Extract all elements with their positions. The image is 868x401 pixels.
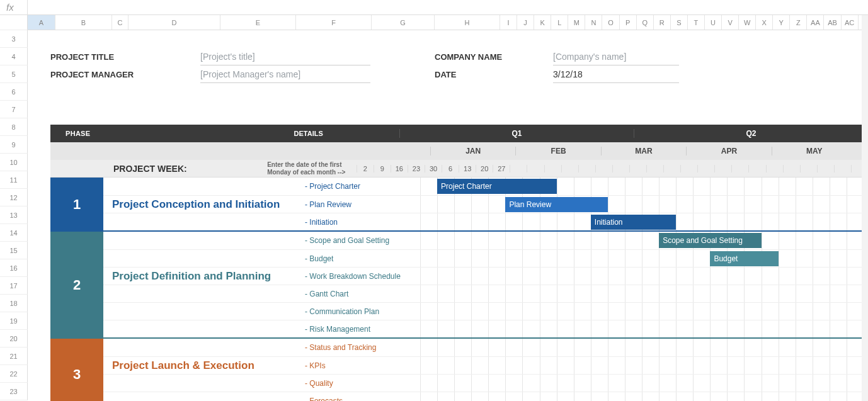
timeline-cell[interactable] — [796, 250, 813, 267]
week-day-cell[interactable] — [612, 165, 629, 172]
timeline-cell[interactable] — [420, 303, 437, 320]
timeline-cell[interactable] — [625, 178, 642, 195]
gantt-bar[interactable]: Project Charter — [437, 179, 557, 194]
timeline-cell[interactable] — [813, 250, 830, 267]
timeline-cell[interactable] — [608, 196, 625, 213]
timeline-cell[interactable] — [727, 213, 744, 230]
timeline-cell[interactable] — [505, 303, 522, 320]
timeline-cell[interactable] — [659, 303, 676, 320]
timeline-cell[interactable] — [642, 196, 659, 213]
timeline-cell[interactable] — [727, 392, 744, 401]
timeline-cell[interactable] — [454, 303, 471, 320]
timeline-cell[interactable] — [437, 392, 454, 401]
timeline-cell[interactable] — [608, 392, 625, 401]
timeline-cell[interactable] — [676, 339, 693, 356]
timeline-cell[interactable] — [574, 285, 591, 302]
timeline-cell[interactable] — [454, 320, 471, 337]
column-header[interactable]: R — [654, 15, 671, 30]
timeline-cell[interactable] — [796, 339, 813, 356]
row-number[interactable]: 13 — [0, 206, 28, 224]
timeline-cell[interactable] — [744, 213, 761, 230]
timeline-cell[interactable] — [813, 232, 830, 249]
week-day-cell[interactable] — [510, 165, 527, 172]
timeline-cell[interactable] — [471, 232, 488, 249]
timeline-cell[interactable] — [642, 320, 659, 337]
timeline-cell[interactable] — [625, 357, 642, 374]
timeline-cell[interactable] — [437, 232, 454, 249]
timeline-cell[interactable] — [608, 250, 625, 267]
timeline-cell[interactable] — [420, 285, 437, 302]
timeline-cell[interactable] — [557, 250, 574, 267]
timeline-cell[interactable] — [847, 339, 864, 356]
timeline-cell[interactable] — [420, 232, 437, 249]
row-number[interactable]: 7 — [0, 101, 28, 118]
timeline-cell[interactable] — [454, 357, 471, 374]
timeline-cell[interactable] — [779, 339, 796, 356]
timeline-cell[interactable] — [796, 268, 813, 285]
timeline-cell[interactable] — [727, 320, 744, 337]
week-day-cell[interactable]: 9 — [374, 165, 391, 172]
week-day-cell[interactable] — [748, 165, 765, 172]
week-day-cell[interactable] — [697, 165, 714, 172]
timeline-cell[interactable] — [574, 268, 591, 285]
timeline-cell[interactable] — [744, 339, 761, 356]
timeline-cell[interactable] — [591, 178, 608, 195]
column-header[interactable]: W — [739, 15, 756, 30]
timeline-cell[interactable] — [813, 375, 830, 392]
timeline-cell[interactable] — [522, 339, 539, 356]
column-header[interactable]: AC — [842, 15, 859, 30]
timeline-cell[interactable] — [847, 196, 864, 213]
timeline-cell[interactable] — [813, 178, 830, 195]
timeline-cell[interactable] — [744, 196, 761, 213]
timeline-cell[interactable] — [625, 320, 642, 337]
timeline-cell[interactable] — [557, 285, 574, 302]
task-detail[interactable]: - Forecasts — [305, 397, 420, 402]
timeline-cell[interactable] — [710, 320, 727, 337]
timeline-cell[interactable] — [625, 392, 642, 401]
timeline-cell[interactable] — [420, 213, 437, 230]
timeline-cell[interactable] — [437, 375, 454, 392]
timeline-cell[interactable] — [796, 178, 813, 195]
timeline-cell[interactable] — [693, 303, 710, 320]
timeline-cell[interactable] — [693, 320, 710, 337]
timeline-cell[interactable] — [574, 232, 591, 249]
timeline-cell[interactable] — [488, 357, 505, 374]
timeline-cell[interactable] — [471, 339, 488, 356]
task-detail[interactable]: - Project Charter — [305, 182, 420, 191]
timeline-cell[interactable] — [608, 178, 625, 195]
week-day-cell[interactable]: 16 — [391, 165, 408, 172]
timeline-cell[interactable] — [642, 357, 659, 374]
timeline-cell[interactable] — [454, 285, 471, 302]
timeline-cell[interactable] — [642, 392, 659, 401]
timeline-cell[interactable] — [830, 375, 847, 392]
timeline-cell[interactable] — [505, 357, 522, 374]
row-number[interactable]: 9 — [0, 136, 28, 154]
row-number[interactable]: 21 — [0, 347, 28, 365]
row-number[interactable]: 14 — [0, 224, 28, 242]
timeline-cell[interactable] — [830, 213, 847, 230]
timeline-cell[interactable] — [813, 285, 830, 302]
project-manager-value[interactable]: [Project Manager's name] — [200, 65, 370, 83]
timeline-cell[interactable] — [796, 392, 813, 401]
timeline-cell[interactable] — [540, 375, 557, 392]
timeline-cell[interactable] — [591, 303, 608, 320]
column-header[interactable]: M — [568, 15, 585, 30]
timeline-cell[interactable] — [574, 250, 591, 267]
timeline-cell[interactable] — [522, 320, 539, 337]
timeline-cell[interactable] — [625, 285, 642, 302]
task-detail[interactable]: - Quality — [305, 379, 420, 388]
timeline-cell[interactable] — [642, 375, 659, 392]
timeline-cell[interactable] — [471, 213, 488, 230]
column-header[interactable]: P — [620, 15, 637, 30]
week-day-cell[interactable]: 2 — [357, 165, 374, 172]
timeline-cell[interactable] — [813, 392, 830, 401]
timeline-cell[interactable] — [847, 357, 864, 374]
timeline-cell[interactable] — [659, 196, 676, 213]
timeline-cell[interactable] — [471, 392, 488, 401]
week-day-cell[interactable] — [663, 165, 680, 172]
timeline-cell[interactable] — [642, 339, 659, 356]
timeline-cell[interactable] — [710, 285, 727, 302]
timeline-cell[interactable] — [693, 357, 710, 374]
timeline-cell[interactable] — [471, 250, 488, 267]
timeline-cell[interactable] — [420, 320, 437, 337]
